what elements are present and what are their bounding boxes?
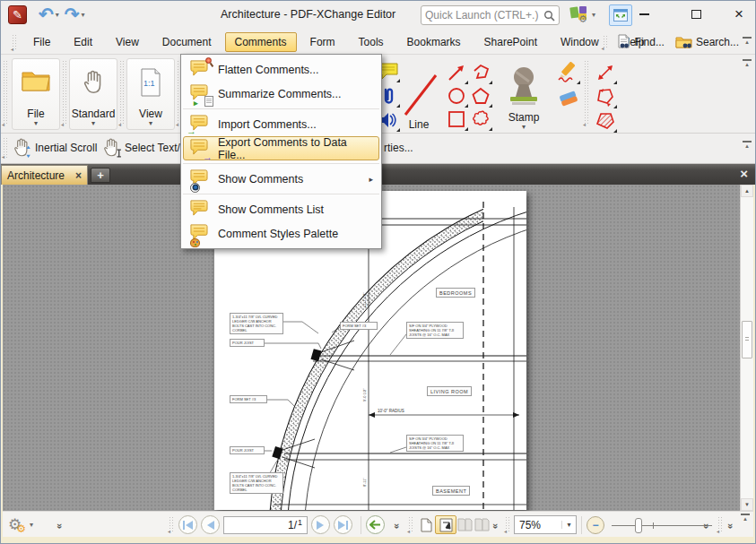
menu-item-export-comments[interactable]: → Export Comments to Data File... [183, 136, 379, 160]
area-tool[interactable] [594, 109, 617, 133]
minimize-button[interactable] [629, 1, 659, 28]
fit-width-icon [439, 518, 453, 532]
menubar-grip[interactable] [12, 34, 18, 50]
view-tool-button[interactable]: 1:1 View ▾ [126, 58, 175, 130]
inertial-scroll-tool[interactable]: Inertial Scroll [12, 137, 97, 159]
zoom-out-button[interactable]: − [587, 516, 604, 534]
eraser-tool[interactable] [557, 87, 580, 110]
perimeter-tool[interactable] [594, 85, 617, 108]
comments-list-icon [188, 199, 212, 220]
tab-close-icon[interactable]: × [75, 171, 82, 180]
pencil-tool[interactable] [557, 61, 580, 84]
menu-tools[interactable]: Tools [349, 32, 394, 52]
line-tool-button[interactable]: Line [398, 58, 443, 131]
file-tool-caret: ▾ [34, 120, 38, 127]
polygon-line-tool[interactable] [469, 61, 492, 84]
menu-window[interactable]: Window [551, 32, 609, 52]
quick-launch-box[interactable] [421, 5, 560, 25]
close-document-icon[interactable]: × [740, 166, 748, 181]
distance-icon [595, 63, 615, 82]
statusbar-more-button[interactable]: » [729, 512, 733, 538]
scroll-up-button[interactable]: ▲ [741, 185, 753, 197]
arrow-tool[interactable] [445, 61, 468, 84]
page-number-input[interactable]: 1/1 [223, 516, 308, 534]
menu-item-summarize-comments[interactable]: ▸ Summarize Comments... [183, 82, 379, 106]
menu-item-import-comments[interactable]: → Import Comments... [183, 112, 379, 136]
standard-tool-button[interactable]: Standard ▾ [69, 58, 117, 130]
previous-view-button[interactable] [366, 515, 385, 534]
page-navigation: 1/1 [178, 512, 388, 538]
tab-architecture[interactable]: Architecture × [1, 165, 88, 185]
maximize-button[interactable] [681, 1, 711, 28]
menu-comments[interactable]: Comments [225, 32, 297, 52]
find-toolbar-grip[interactable] [603, 35, 609, 49]
menu-item-comment-styles-palette[interactable]: Comment Styles Palette [183, 221, 379, 246]
statusbar-collapse-icon[interactable]: ▴ [741, 514, 750, 522]
menu-view[interactable]: View [106, 32, 149, 52]
menu-item-label: Show Comments List [212, 203, 373, 216]
undo-dropdown-caret[interactable]: ▾ [56, 11, 59, 19]
statusbar-options-button[interactable]: ⚙ ⚙ ▾ [8, 512, 37, 538]
next-page-button[interactable] [311, 515, 330, 534]
undo-button[interactable]: ↶ [39, 4, 54, 24]
scroll-down-button[interactable]: ▼ [741, 498, 753, 511]
two-page-continuous-button[interactable] [474, 515, 491, 534]
redo-button[interactable]: ↷ [65, 4, 80, 24]
single-page-layout-button[interactable] [418, 515, 435, 534]
toolbar-grip[interactable] [584, 60, 590, 125]
previous-page-icon [206, 521, 214, 530]
menu-bookmarks[interactable]: Bookmarks [397, 32, 471, 52]
oval-tool[interactable] [445, 84, 468, 108]
slider-handle[interactable] [635, 518, 642, 533]
layout-expand-button[interactable]: » [494, 512, 498, 538]
toolbar-grip[interactable] [3, 137, 9, 158]
search-button[interactable]: Search... [672, 33, 743, 51]
statusbar-grip[interactable] [717, 516, 724, 532]
two-page-layout-button[interactable] [456, 515, 474, 534]
polygon-tool[interactable] [469, 84, 492, 108]
slider-track[interactable] [612, 525, 712, 526]
zoom-expand-button[interactable]: » [705, 512, 708, 538]
last-page-button[interactable] [334, 515, 352, 534]
menu-edit[interactable]: Edit [64, 32, 102, 52]
menu-document[interactable]: Document [152, 32, 222, 52]
app-icon[interactable]: ✎ [8, 5, 27, 24]
toolbar-grip[interactable] [3, 60, 9, 125]
zoom-toolbar-grip[interactable] [505, 516, 511, 532]
toolbar-grip[interactable] [62, 60, 68, 125]
ui-options-button[interactable]: ⚙ ▾ [569, 5, 599, 23]
menu-file[interactable]: File [23, 32, 60, 52]
menubar-collapse-icon[interactable]: ▴ [743, 37, 752, 45]
new-tab-button[interactable]: + [91, 168, 110, 183]
menu-sharepoint[interactable]: SharePoint [474, 32, 547, 52]
quick-launch-input[interactable] [425, 9, 543, 22]
find-button[interactable]: Find... [613, 32, 668, 51]
properties-label-fragment[interactable]: rties... [384, 142, 413, 154]
previous-page-button[interactable] [201, 515, 220, 534]
stamp-tool-button[interactable]: Stamp ▾ [500, 58, 548, 131]
vertical-scrollbar[interactable]: ▲ ▼ [740, 185, 753, 511]
menu-form[interactable]: Form [300, 32, 345, 52]
menu-item-show-comments[interactable]: Show Comments ▸ [183, 167, 379, 191]
toolbar-grip[interactable] [119, 60, 126, 125]
nav-expand-button[interactable]: » [395, 512, 399, 538]
statusbar-expand-button[interactable]: » [58, 512, 62, 538]
close-button[interactable]: × [724, 1, 754, 28]
select-text-tool[interactable]: Select Text/ [101, 137, 180, 159]
zoom-level-select[interactable]: 75% ▾ [514, 515, 577, 534]
rectangle-tool[interactable] [445, 108, 468, 131]
nav-toolbar-grip[interactable] [169, 516, 175, 532]
scrollbar-thumb[interactable] [742, 321, 752, 358]
redo-dropdown-caret[interactable]: ▾ [82, 11, 85, 19]
cloud-tool[interactable] [469, 108, 492, 131]
menu-item-flatten-comments[interactable]: Flatten Comments... [183, 57, 379, 82]
toolbar-collapse-icon[interactable]: ▴ [743, 59, 752, 67]
secondary-toolbar-collapse-icon[interactable]: ▴ [743, 141, 752, 149]
first-page-button[interactable] [178, 515, 197, 534]
layout-toolbar-grip[interactable] [408, 516, 414, 532]
zoom-slider[interactable] [612, 516, 712, 534]
menu-item-show-comments-list[interactable]: Show Comments List [183, 197, 379, 221]
fit-width-layout-button[interactable] [435, 515, 456, 534]
file-tool-button[interactable]: File ▾ [12, 58, 60, 130]
distance-tool[interactable] [594, 61, 617, 84]
